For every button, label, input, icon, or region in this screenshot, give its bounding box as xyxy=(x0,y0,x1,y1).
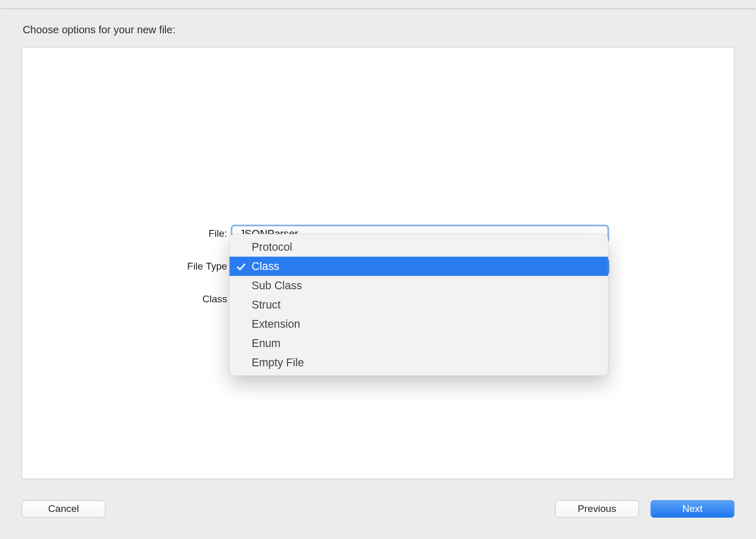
file-type-option[interactable]: Empty File xyxy=(229,353,608,372)
dialog-button-bar: Cancel Previous Next xyxy=(22,498,735,519)
file-type-option-label: Sub Class xyxy=(252,279,302,292)
file-type-popup[interactable]: ProtocolClassSub ClassStructExtensionEnu… xyxy=(229,234,608,376)
file-type-option[interactable]: Struct xyxy=(229,295,608,314)
file-type-option[interactable]: Extension xyxy=(229,314,608,333)
file-type-option[interactable]: Protocol xyxy=(229,237,608,256)
dialog-heading: Choose options for your new file: xyxy=(23,24,735,36)
options-panel: File: File Type Class Class xyxy=(22,47,735,479)
file-type-option-label: Protocol xyxy=(252,241,292,254)
previous-button[interactable]: Previous xyxy=(555,500,638,518)
file-type-option-label: Enum xyxy=(252,337,281,350)
file-type-option[interactable]: Enum xyxy=(229,333,608,353)
file-type-option-label: Struct xyxy=(252,298,281,311)
file-type-option-label: Empty File xyxy=(252,356,304,369)
file-type-label: File Type xyxy=(22,261,231,272)
class-label: Class xyxy=(22,293,231,305)
cancel-button[interactable]: Cancel xyxy=(22,500,106,518)
file-type-option-label: Extension xyxy=(252,317,300,330)
dialog-body: Choose options for your new file: File: … xyxy=(1,8,755,531)
next-button[interactable]: Next xyxy=(650,500,734,518)
file-type-option[interactable]: Sub Class xyxy=(229,276,608,295)
file-label: File: xyxy=(22,228,231,239)
check-icon xyxy=(237,262,246,271)
file-type-option[interactable]: Class xyxy=(229,256,608,276)
file-type-option-label: Class xyxy=(252,260,279,273)
